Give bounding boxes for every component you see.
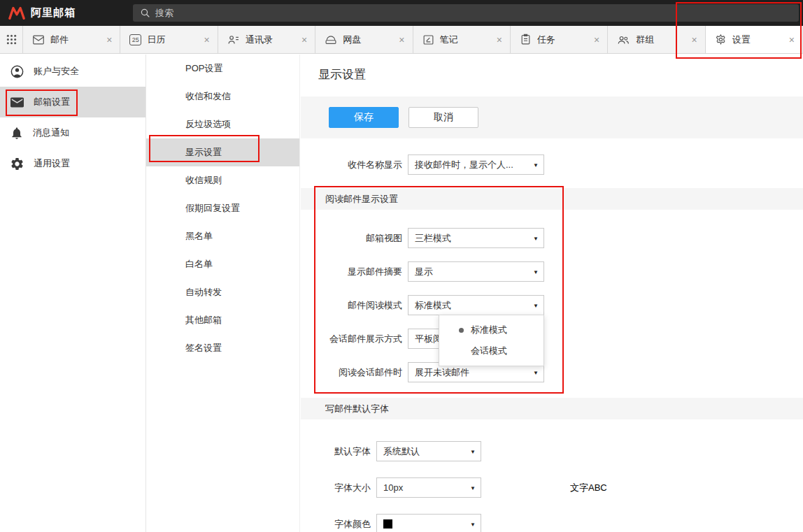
select-value: 标准模式 <box>415 299 451 312</box>
field-label: 邮箱视图 <box>301 232 402 245</box>
chevron-down-icon: ▼ <box>533 235 539 241</box>
mail-summary-row: 显示邮件摘要 显示 ▼ <box>301 261 803 282</box>
brand-name: 阿里邮箱 <box>31 6 76 20</box>
font-size-row: 字体大小 10px ▼ 文字ABC <box>301 477 803 498</box>
tab-label: 邮件 <box>50 34 99 46</box>
subnav-item-pop-settings[interactable]: POP设置 <box>146 55 299 82</box>
sidebar-item-label: 邮箱设置 <box>34 96 70 108</box>
default-font-select[interactable]: 系统默认 ▼ <box>376 441 481 461</box>
search-input[interactable]: 搜索 <box>133 4 799 22</box>
close-icon[interactable]: × <box>690 34 698 46</box>
mailbox-view-select[interactable]: 三栏模式 ▼ <box>408 228 544 248</box>
reading-mode-row: 邮件阅读模式 标准模式 ▼ <box>301 295 803 315</box>
recipient-display-select[interactable]: 接收邮件时，显示个人... ▼ <box>408 154 544 175</box>
gear-icon <box>10 157 24 171</box>
tab-label: 通讯录 <box>246 34 294 46</box>
field-label: 阅读会话邮件时 <box>301 366 402 379</box>
subnav-item-anti-spam[interactable]: 反垃圾选项 <box>146 110 299 138</box>
recipient-display-row: 收件名称显示 接收邮件时，显示个人... ▼ <box>301 154 803 175</box>
tab-mail[interactable]: 邮件 × <box>23 26 120 53</box>
contacts-icon <box>227 34 240 45</box>
drive-icon <box>325 34 337 45</box>
field-label: 字体大小 <box>301 482 371 494</box>
tab-drive[interactable]: 网盘 × <box>315 26 413 53</box>
tab-settings[interactable]: 设置 × <box>706 26 803 53</box>
font-color-select[interactable]: ▼ <box>376 514 481 532</box>
field-label: 邮件阅读模式 <box>301 299 402 312</box>
subnav-item-receive-rules[interactable]: 收信规则 <box>146 166 299 194</box>
field-label: 会话邮件展示方式 <box>301 333 402 345</box>
tab-tasks[interactable]: 任务 × <box>511 26 608 53</box>
close-icon[interactable]: × <box>788 34 796 46</box>
tab-calendar[interactable]: 25 日历 × <box>120 26 218 53</box>
sidebar-item-account-security[interactable]: 账户与安全 <box>0 56 145 87</box>
subnav-item-signature[interactable]: 签名设置 <box>146 334 299 362</box>
mail-settings-subnav: POP设置 收信和发信 反垃圾选项 显示设置 收信规则 假期回复设置 黑名单 白… <box>146 55 300 532</box>
page-title: 显示设置 <box>318 66 803 82</box>
select-value: 三栏模式 <box>415 232 451 245</box>
close-icon[interactable]: × <box>105 34 113 46</box>
save-button[interactable]: 保存 <box>329 107 399 128</box>
subnav-item-display-settings[interactable]: 显示设置 <box>146 138 299 166</box>
close-icon[interactable]: × <box>300 34 308 46</box>
subnav-item-send-receive[interactable]: 收信和发信 <box>146 82 299 110</box>
tab-label: 任务 <box>537 34 587 46</box>
topbar: 阿里邮箱 搜索 <box>0 0 803 26</box>
subnav-item-blacklist[interactable]: 黑名单 <box>146 222 299 250</box>
mail-summary-select[interactable]: 显示 ▼ <box>408 261 544 282</box>
subnav-item-auto-forward[interactable]: 自动转发 <box>146 278 299 306</box>
tab-notes[interactable]: 笔记 × <box>413 26 511 53</box>
search-placeholder: 搜索 <box>155 7 173 20</box>
tabbar: 邮件 × 25 日历 × 通讯录 × 网盘 × 笔记 × 任务 × <box>0 26 803 54</box>
dropdown-option-conversation[interactable]: 会话模式 <box>439 340 543 361</box>
dropdown-option-standard[interactable]: 标准模式 <box>439 319 543 340</box>
tab-label: 笔记 <box>440 34 490 46</box>
close-icon[interactable]: × <box>397 34 406 46</box>
reading-mode-dropdown-menu: 标准模式 会话模式 <box>439 315 544 366</box>
tab-contacts[interactable]: 通讯录 × <box>218 26 315 53</box>
action-band: 保存 取消 <box>301 96 803 138</box>
field-label: 字体颜色 <box>301 518 371 531</box>
chevron-down-icon: ▼ <box>533 369 539 375</box>
subnav-item-whitelist[interactable]: 白名单 <box>146 250 299 278</box>
close-icon[interactable]: × <box>495 34 504 46</box>
sidebar-item-label: 通用设置 <box>34 157 70 170</box>
chevron-down-icon: ▼ <box>533 268 539 275</box>
chevron-down-icon: ▼ <box>533 302 539 308</box>
reading-mode-select[interactable]: 标准模式 ▼ <box>408 295 544 315</box>
font-color-swatch <box>383 519 392 529</box>
sidebar-item-general-settings[interactable]: 通用设置 <box>0 148 145 179</box>
app-grid-icon <box>6 34 17 45</box>
tab-label: 设置 <box>732 34 782 46</box>
chevron-down-icon: ▼ <box>470 521 476 527</box>
close-icon[interactable]: × <box>203 34 211 46</box>
tab-groups[interactable]: 群组 × <box>608 26 705 53</box>
mailbox-view-row: 邮箱视图 三栏模式 ▼ <box>301 228 803 248</box>
subnav-item-other-mailbox[interactable]: 其他邮箱 <box>146 306 299 334</box>
sidebar-item-mail-settings[interactable]: 邮箱设置 <box>0 87 145 117</box>
subnav-item-vacation-reply[interactable]: 假期回复设置 <box>146 194 299 222</box>
app-grid-button[interactable] <box>0 26 23 53</box>
field-label: 收件名称显示 <box>301 159 402 171</box>
font-preview-text: 文字ABC <box>570 482 607 494</box>
tasks-icon <box>520 34 532 45</box>
mail-icon <box>32 34 45 45</box>
section-header-reading: 阅读邮件显示设置 <box>301 188 803 210</box>
default-font-row: 默认字体 系统默认 ▼ <box>301 441 803 461</box>
settings-icon <box>715 34 727 45</box>
section-header-compose-font: 写邮件默认字体 <box>301 398 803 419</box>
close-icon[interactable]: × <box>592 34 601 46</box>
field-label: 显示邮件摘要 <box>301 266 402 278</box>
sidebar-item-notifications[interactable]: 消息通知 <box>0 117 145 148</box>
font-color-row: 字体颜色 ▼ <box>301 514 803 532</box>
alimail-logo-icon <box>8 6 25 20</box>
conversation-reading-row: 阅读会话邮件时 展开未读邮件 ▼ <box>301 362 803 382</box>
search-icon <box>140 8 150 18</box>
font-size-select[interactable]: 10px ▼ <box>376 477 481 498</box>
cancel-button[interactable]: 取消 <box>408 107 478 128</box>
account-icon <box>10 64 24 79</box>
tab-label: 日历 <box>147 34 197 46</box>
chevron-down-icon: ▼ <box>533 161 539 168</box>
mail-filled-icon <box>10 96 24 109</box>
sidebar-item-label: 账户与安全 <box>34 65 79 78</box>
